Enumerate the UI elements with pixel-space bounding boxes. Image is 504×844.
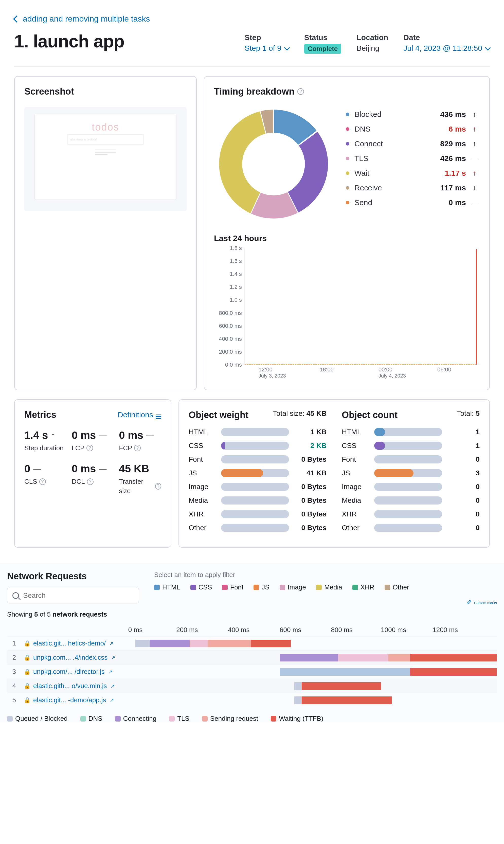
definitions-link[interactable]: Definitions (118, 411, 161, 419)
status-badge: Complete (304, 44, 341, 54)
waterfall-row[interactable]: 2 🔒unpkg.com... .4/index.css↗ (7, 650, 497, 664)
timing-row: Wait 1.17 s ↑ (346, 166, 480, 180)
object-row: Other 0 Bytes (188, 524, 326, 532)
search-input[interactable] (7, 588, 139, 604)
status-label: Status (304, 33, 341, 42)
filter-chip[interactable]: Media (316, 583, 342, 591)
help-icon[interactable]: ? (87, 479, 93, 485)
custom-marks-link[interactable]: Custom marks (474, 601, 497, 605)
request-link[interactable]: 🔒elastic.gith... o/vue.min.js↗ (21, 682, 136, 690)
metrics-card: Metrics Definitions 1.4 s ↑ Step duratio… (14, 399, 172, 547)
object-row: Image 0 Bytes (188, 483, 326, 491)
object-row: CSS 1 (342, 442, 480, 450)
trend-icon: — (469, 198, 480, 206)
object-weight-total: Total size: 45 KB (273, 410, 326, 417)
legend-item[interactable]: Connecting (115, 715, 157, 722)
external-link-icon: ↗ (110, 697, 114, 703)
trend-icon: ↑ (469, 169, 480, 177)
screenshot-title: Screenshot (24, 86, 186, 97)
chevron-down-icon (485, 45, 491, 51)
object-row: HTML 1 (342, 428, 480, 436)
screenshot-thumbnail[interactable]: todos what needs to be done? (24, 107, 186, 211)
legend-item[interactable]: DNS (80, 715, 103, 722)
brush-icon: ✎ (466, 599, 471, 607)
trend-icon: — (469, 155, 480, 162)
step-selector[interactable]: Step 1 of 9 (245, 44, 289, 53)
date-selector[interactable]: Jul 4, 2023 @ 11:28:50 (403, 44, 490, 53)
request-link[interactable]: 🔒elastic.git... -demo/app.js↗ (21, 696, 136, 704)
metric-item: 0 ms — DCL ? (72, 463, 114, 496)
external-link-icon: ↗ (110, 683, 114, 689)
color-dot (346, 112, 349, 116)
waterfall-row[interactable]: 1 🔒elastic.git... hetics-demo/↗ (7, 636, 497, 650)
color-dot (346, 186, 349, 190)
legend-item[interactable]: Sending request (202, 715, 258, 722)
object-row: Media 0 Bytes (188, 497, 326, 504)
request-link[interactable]: 🔒unpkg.com... .4/index.css↗ (21, 653, 136, 662)
waterfall-row[interactable]: 4 🔒elastic.gith... o/vue.min.js↗ (7, 679, 497, 693)
help-icon[interactable]: ? (39, 479, 46, 485)
chevron-down-icon (284, 45, 290, 51)
metrics-title: Metrics (24, 410, 56, 420)
filter-chip[interactable]: Image (280, 583, 306, 591)
legend-item[interactable]: Queued / Blocked (7, 715, 68, 722)
trend-icon: ↓ (469, 184, 480, 192)
object-row: Other 0 (342, 524, 480, 532)
last24-title: Last 24 hours (214, 234, 480, 243)
object-row: Image 0 (342, 483, 480, 491)
object-row: JS 3 (342, 469, 480, 477)
timing-row: Connect 829 ms ↑ (346, 137, 480, 151)
color-dot (346, 157, 349, 160)
metric-item: 45 KB Transfer size ? (119, 463, 161, 496)
color-dot (346, 127, 349, 131)
help-icon[interactable]: ? (87, 445, 93, 451)
object-row: CSS 2 KB (188, 442, 326, 450)
help-icon[interactable]: ? (134, 445, 141, 451)
filter-chip[interactable]: CSS (191, 583, 212, 591)
last24-chart: 1.8 s1.6 s1.4 s1.2 s1.0 s800.0 ms600.0 m… (214, 248, 480, 380)
trend-icon: ↑ (469, 125, 480, 133)
showing-text: Showing 5 of 5 network requests (7, 611, 139, 618)
legend-item[interactable]: TLS (169, 715, 190, 722)
object-count-title: Object count (342, 410, 397, 420)
waterfall-row[interactable]: 5 🔒elastic.git... -demo/app.js↗ (7, 693, 497, 707)
filter-chip[interactable]: Other (384, 583, 409, 591)
filter-chip[interactable]: XHR (353, 583, 375, 591)
object-count-total: Total: 5 (457, 410, 480, 417)
color-dot (346, 172, 349, 175)
legend-item[interactable]: Waiting (TTFB) (271, 715, 323, 722)
object-row: XHR 0 (342, 510, 480, 518)
date-label: Date (403, 33, 490, 42)
request-link[interactable]: 🔒elastic.git... hetics-demo/↗ (21, 640, 136, 647)
color-dot (346, 201, 349, 204)
object-row: HTML 1 KB (188, 428, 326, 436)
timing-row: Send 0 ms — (346, 195, 480, 210)
help-icon[interactable]: ? (298, 88, 304, 95)
timing-row: Blocked 436 ms ↑ (346, 107, 480, 122)
timing-card: Timing breakdown ? Blocked 436 ms ↑ DNS … (204, 76, 490, 390)
back-link-text: adding and removing multiple tasks (23, 14, 150, 23)
filter-chip[interactable]: HTML (154, 583, 180, 591)
lock-icon: 🔒 (24, 668, 31, 675)
filter-chip[interactable]: JS (253, 583, 269, 591)
timing-row: DNS 6 ms ↑ (346, 122, 480, 137)
lock-icon: 🔒 (24, 654, 31, 661)
lock-icon: 🔒 (24, 640, 31, 647)
object-row: Font 0 (342, 455, 480, 464)
object-row: Media 0 (342, 497, 480, 504)
help-icon[interactable]: ? (155, 483, 161, 489)
location-value: Beijing (357, 44, 388, 53)
object-row: XHR 0 Bytes (188, 510, 326, 518)
trend-icon: ↑ (469, 110, 480, 119)
color-dot (346, 142, 349, 145)
timing-row: Receive 117 ms ↓ (346, 180, 480, 195)
page-title: 1. launch app (14, 31, 124, 52)
metric-item: 0 ms — LCP ? (72, 429, 114, 452)
timing-title: Timing breakdown (214, 86, 294, 97)
request-link[interactable]: 🔒unpkg.com/... /director.js↗ (21, 668, 136, 676)
filter-chip[interactable]: Font (222, 583, 244, 591)
external-link-icon: ↗ (108, 669, 112, 675)
network-title: Network Requests (7, 571, 139, 581)
waterfall-row[interactable]: 3 🔒unpkg.com/... /director.js↗ (7, 664, 497, 679)
back-link[interactable]: adding and removing multiple tasks (14, 14, 490, 23)
